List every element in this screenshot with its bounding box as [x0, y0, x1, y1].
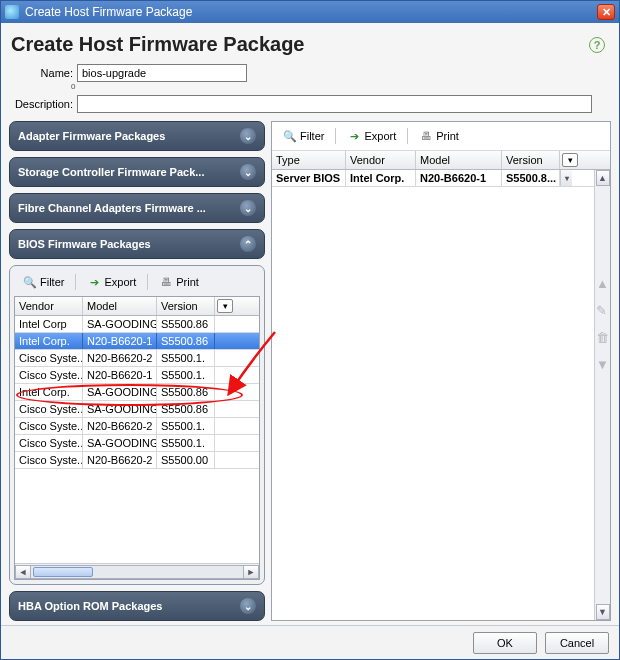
table-row[interactable]: Cisco Syste...SA-GOODINGS5500.1. — [15, 435, 259, 452]
left-toolbar: 🔍 Filter ➔ Export 🖶 Print — [14, 270, 260, 296]
delete-icon[interactable]: 🗑 — [596, 330, 609, 345]
scroll-thumb[interactable] — [33, 567, 93, 577]
scroll-track[interactable] — [31, 565, 243, 579]
chevron-down-icon: ⌄ — [240, 598, 256, 614]
cell-vendor: Cisco Syste... — [15, 418, 83, 434]
accordion-fibre[interactable]: Fibre Channel Adapters Firmware ... ⌄ — [9, 193, 265, 223]
col-vendor[interactable]: Vendor — [346, 151, 416, 169]
filter-label: Filter — [40, 276, 64, 288]
move-up-icon[interactable]: ▲ — [596, 276, 609, 291]
table-row[interactable]: Cisco Syste...N20-B6620-2S5500.1. — [15, 418, 259, 435]
scroll-down-button[interactable]: ▼ — [596, 604, 610, 620]
export-button[interactable]: ➔ Export — [340, 126, 403, 146]
scroll-left-button[interactable]: ◄ — [15, 565, 31, 579]
cell-model: SA-GOODING — [83, 384, 157, 400]
accordion-adapter[interactable]: Adapter Firmware Packages ⌄ — [9, 121, 265, 151]
col-model[interactable]: Model — [416, 151, 502, 169]
export-icon: ➔ — [347, 129, 361, 143]
print-button[interactable]: 🖶 Print — [152, 272, 206, 292]
table-row[interactable]: Intel Corp.N20-B6620-1S5500.86 — [15, 333, 259, 350]
cell-version: S5500.86 — [157, 384, 215, 400]
col-vendor[interactable]: Vendor — [15, 297, 83, 315]
separator — [75, 274, 76, 290]
filter-button[interactable]: 🔍 Filter — [276, 126, 331, 146]
col-version[interactable]: Version — [502, 151, 560, 169]
cell-model: N20-B6620-2 — [83, 350, 157, 366]
chevron-down-icon: ⌄ — [240, 128, 256, 144]
description-row: Description: — [1, 93, 619, 115]
cell-version: S5500.1. — [157, 418, 215, 434]
bios-panel: 🔍 Filter ➔ Export 🖶 Print — [9, 265, 265, 585]
description-label: Description: — [13, 98, 73, 110]
table-row[interactable]: Intel Corp.SA-GOODINGS5500.86 — [15, 384, 259, 401]
app-icon — [5, 5, 19, 19]
col-model[interactable]: Model — [83, 297, 157, 315]
cell-vendor: Cisco Syste... — [15, 401, 83, 417]
export-button[interactable]: ➔ Export — [80, 272, 143, 292]
column-options-button[interactable]: ▾ — [217, 299, 233, 313]
table-row[interactable]: Cisco Syste...SA-GOODINGS5500.86 — [15, 401, 259, 418]
name-label: Name: — [13, 67, 73, 79]
move-down-icon[interactable]: ▼ — [596, 357, 609, 372]
name-input[interactable] — [77, 64, 247, 82]
cell-model: SA-GOODING — [83, 316, 157, 332]
help-icon[interactable]: ? — [589, 37, 605, 53]
cell-vendor: Intel Corp. — [15, 384, 83, 400]
right-table-body: Server BIOSIntel Corp.N20-B6620-1S5500.8… — [272, 170, 610, 620]
export-label: Export — [364, 130, 396, 142]
right-column: 🔍 Filter ➔ Export 🖶 Print Type Vendor Mo… — [271, 121, 611, 621]
cell-vendor: Cisco Syste... — [15, 452, 83, 468]
print-icon: 🖶 — [419, 129, 433, 143]
separator — [147, 274, 148, 290]
table-header: Vendor Model Version ▾ — [15, 297, 259, 316]
accordion-bios[interactable]: BIOS Firmware Packages ⌃ — [9, 229, 265, 259]
ok-button[interactable]: OK — [473, 632, 537, 654]
accordion-hba[interactable]: HBA Option ROM Packages ⌄ — [9, 591, 265, 621]
print-label: Print — [436, 130, 459, 142]
scroll-track[interactable] — [595, 186, 610, 604]
table-row[interactable]: Cisco Syste...N20-B6620-2S5500.1. — [15, 350, 259, 367]
table-row[interactable]: Server BIOSIntel Corp.N20-B6620-1S5500.8… — [272, 170, 610, 187]
print-button[interactable]: 🖶 Print — [412, 126, 466, 146]
cell-model: N20-B6620-1 — [83, 333, 157, 349]
export-icon: ➔ — [87, 275, 101, 289]
filter-label: Filter — [300, 130, 324, 142]
cell-vendor: Cisco Syste... — [15, 435, 83, 451]
bios-table: Vendor Model Version ▾ Intel CorpSA-GOOD… — [14, 296, 260, 580]
table-row[interactable]: Cisco Syste...N20-B6620-1S5500.1. — [15, 367, 259, 384]
page-title: Create Host Firmware Package — [11, 33, 304, 56]
cell-model: N20-B6620-2 — [83, 452, 157, 468]
cancel-button[interactable]: Cancel — [545, 632, 609, 654]
table-row[interactable]: Intel CorpSA-GOODINGS5500.86 — [15, 316, 259, 333]
edit-icon[interactable]: ✎ — [596, 303, 609, 318]
column-options-button[interactable]: ▾ — [562, 153, 578, 167]
col-type[interactable]: Type — [272, 151, 346, 169]
right-toolbar: 🔍 Filter ➔ Export 🖶 Print — [272, 122, 610, 151]
window-title: Create Host Firmware Package — [25, 5, 597, 19]
name-row: Name: — [1, 62, 619, 84]
cell-version: S5500.1. — [157, 367, 215, 383]
separator — [335, 128, 336, 144]
cell-model: N20-B6620-1 — [83, 367, 157, 383]
v-scrollbar[interactable]: ▲ ▼ — [594, 170, 610, 620]
print-label: Print — [176, 276, 199, 288]
filter-button[interactable]: 🔍 Filter — [16, 272, 71, 292]
table-row[interactable]: Cisco Syste...N20-B6620-2S5500.00 — [15, 452, 259, 469]
accordion-label: Adapter Firmware Packages — [18, 130, 165, 142]
description-input[interactable] — [77, 95, 592, 113]
col-version[interactable]: Version — [157, 297, 215, 315]
main-area: Adapter Firmware Packages ⌄ Storage Cont… — [1, 115, 619, 625]
print-icon: 🖶 — [159, 275, 173, 289]
accordion-storage[interactable]: Storage Controller Firmware Pack... ⌄ — [9, 157, 265, 187]
h-scrollbar[interactable]: ◄ ► — [15, 563, 259, 579]
version-dropdown[interactable]: ▾ — [560, 170, 572, 186]
dialog-header: Create Host Firmware Package ? — [1, 23, 619, 62]
chevron-down-icon: ⌄ — [240, 164, 256, 180]
scroll-right-button[interactable]: ► — [243, 565, 259, 579]
close-button[interactable]: ✕ — [597, 4, 615, 20]
accordion-label: HBA Option ROM Packages — [18, 600, 162, 612]
cell-version: S5500.86 — [157, 333, 215, 349]
cell-version: S5500.8... — [502, 170, 560, 186]
scroll-up-button[interactable]: ▲ — [596, 170, 610, 186]
cell-type: Server BIOS — [272, 170, 346, 186]
